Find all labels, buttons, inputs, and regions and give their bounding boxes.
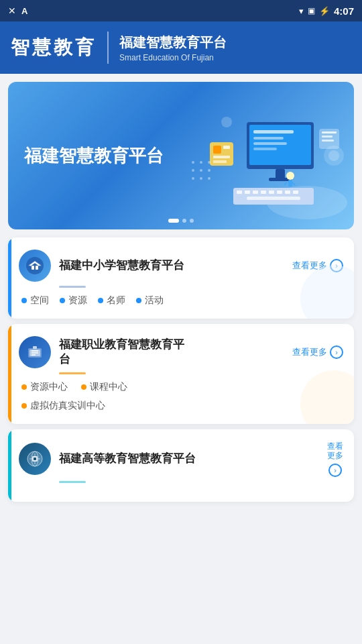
svg-rect-15 — [277, 191, 282, 194]
main-content: 福建智慧教育平台 — [0, 82, 362, 502]
svg-rect-10 — [237, 191, 242, 194]
k12-tag-label-1: 空间 — [30, 294, 49, 307]
vocational-underline — [59, 372, 86, 374]
svg-rect-13 — [261, 191, 266, 194]
vocational-tag-3: 虚拟仿真实训中心 — [21, 400, 105, 412]
status-time: 4:07 — [334, 5, 354, 17]
card-icon-title-higher: 福建高等教育智慧教育平台 — [19, 443, 196, 475]
higher-more-text: 查看更多 — [327, 441, 343, 461]
svg-line-30 — [284, 182, 287, 185]
svg-point-41 — [192, 177, 194, 180]
svg-rect-16 — [285, 191, 290, 194]
vocational-tag-1: 资源中心 — [21, 381, 68, 393]
card-k12[interactable]: 福建中小学智慧教育平台 查看更多 › 空间 资源 名师 活动 — [8, 237, 354, 319]
banner-text: 福建智慧教育平台 — [8, 127, 180, 184]
banner-dots — [168, 219, 194, 223]
card-header-vocational: 福建职业教育智慧教育平台 查看更多 › — [19, 336, 343, 368]
svg-rect-45 — [32, 266, 34, 270]
k12-dot-1 — [21, 298, 27, 303]
svg-rect-17 — [293, 191, 298, 194]
card-icon-title-vocational: 福建职业教育智慧教育平台 — [19, 336, 193, 368]
k12-dot-4 — [136, 298, 141, 303]
card-border-higher — [8, 429, 11, 502]
k12-dot-2 — [60, 298, 65, 303]
vocational-icon — [19, 336, 51, 368]
svg-rect-26 — [322, 136, 333, 138]
svg-rect-3 — [253, 130, 294, 133]
vocational-more-text: 查看更多 — [292, 346, 327, 358]
vocational-dot-3 — [21, 403, 27, 409]
k12-tag-label-2: 资源 — [68, 294, 87, 307]
svg-point-39 — [200, 169, 202, 172]
svg-rect-6 — [253, 148, 277, 150]
svg-rect-56 — [34, 458, 36, 460]
svg-rect-11 — [245, 191, 250, 194]
dot-1 — [168, 219, 179, 223]
svg-point-42 — [200, 177, 202, 180]
signal-icon: ▣ — [308, 6, 315, 15]
svg-point-37 — [208, 161, 210, 164]
higher-more-icon: › — [328, 464, 342, 477]
svg-point-35 — [192, 161, 194, 164]
status-left-icons: ✕ A — [8, 5, 27, 16]
card-higher[interactable]: 福建高等教育智慧教育平台 查看更多 › — [8, 429, 354, 502]
vocational-more-icon: › — [330, 345, 343, 359]
svg-point-43 — [208, 177, 210, 180]
dot-2 — [182, 219, 186, 223]
higher-title: 福建高等教育智慧教育平台 — [59, 451, 196, 466]
card-header-k12: 福建中小学智慧教育平台 查看更多 › — [19, 250, 343, 282]
svg-rect-23 — [213, 160, 227, 163]
vocational-tag-label-1: 资源中心 — [30, 381, 68, 393]
svg-rect-9 — [233, 188, 314, 205]
card-vocational[interactable]: 福建职业教育智慧教育平台 查看更多 › 资源中心 课程中心 — [8, 324, 354, 424]
svg-point-36 — [200, 161, 202, 164]
svg-rect-22 — [213, 156, 230, 158]
svg-point-44 — [26, 257, 44, 274]
vocational-dot-1 — [21, 384, 27, 390]
battery-icon: ⚡ — [319, 6, 330, 16]
card-border-k12 — [8, 237, 11, 319]
status-bar: ✕ A ▾ ▣ ⚡ 4:07 — [0, 0, 362, 21]
svg-rect-18 — [247, 197, 300, 200]
k12-icon — [19, 250, 51, 282]
k12-tag-2: 资源 — [60, 294, 87, 307]
k12-underline — [59, 286, 86, 288]
svg-rect-12 — [253, 191, 258, 194]
svg-line-31 — [292, 182, 295, 185]
svg-rect-20 — [213, 146, 221, 154]
card-icon-title-k12: 福建中小学智慧教育平台 — [19, 250, 184, 282]
svg-rect-5 — [253, 142, 287, 145]
svg-rect-25 — [322, 131, 337, 133]
vocational-title: 福建职业教育智慧教育平台 — [59, 337, 193, 367]
a-icon: A — [21, 6, 27, 16]
svg-rect-29 — [288, 180, 292, 186]
vocational-tags: 资源中心 课程中心 虚拟仿真实训中心 — [19, 381, 343, 412]
higher-icon — [19, 443, 51, 475]
vocational-tag-label-3: 虚拟仿真实训中心 — [30, 400, 105, 412]
banner[interactable]: 福建智慧教育平台 — [8, 82, 354, 229]
k12-title: 福建中小学智慧教育平台 — [59, 258, 184, 273]
app-logo: 智慧教育 — [11, 35, 97, 60]
svg-rect-7 — [276, 169, 285, 179]
header-title-cn: 福建智慧教育平台 — [119, 34, 227, 52]
vocational-tags-row1: 资源中心 课程中心 — [21, 381, 343, 393]
k12-dot-3 — [98, 298, 103, 303]
header-text-block: 福建智慧教育平台 Smart Education Of Fujian — [119, 34, 227, 62]
vocational-tag-label-2: 课程中心 — [90, 381, 127, 393]
svg-rect-14 — [269, 191, 274, 194]
svg-point-34 — [328, 150, 339, 161]
svg-point-38 — [192, 169, 194, 172]
vocational-bg-shape — [300, 370, 354, 424]
header-divider — [107, 32, 109, 64]
vocational-tag-2: 课程中心 — [81, 381, 127, 393]
vocational-dot-2 — [81, 384, 86, 390]
k12-tags: 空间 资源 名师 活动 — [19, 294, 343, 307]
app-header: 智慧教育 福建智慧教育平台 Smart Education Of Fujian — [0, 21, 362, 74]
vocational-more-button[interactable]: 查看更多 › — [292, 345, 343, 359]
wifi-icon: ▾ — [299, 6, 304, 16]
higher-more-button[interactable]: 查看更多 › — [327, 441, 343, 477]
svg-rect-27 — [322, 140, 334, 142]
card-header-higher: 福建高等教育智慧教育平台 查看更多 › — [19, 441, 343, 477]
status-right-icons: ▾ ▣ ⚡ 4:07 — [299, 5, 354, 17]
banner-illustration — [173, 89, 347, 223]
